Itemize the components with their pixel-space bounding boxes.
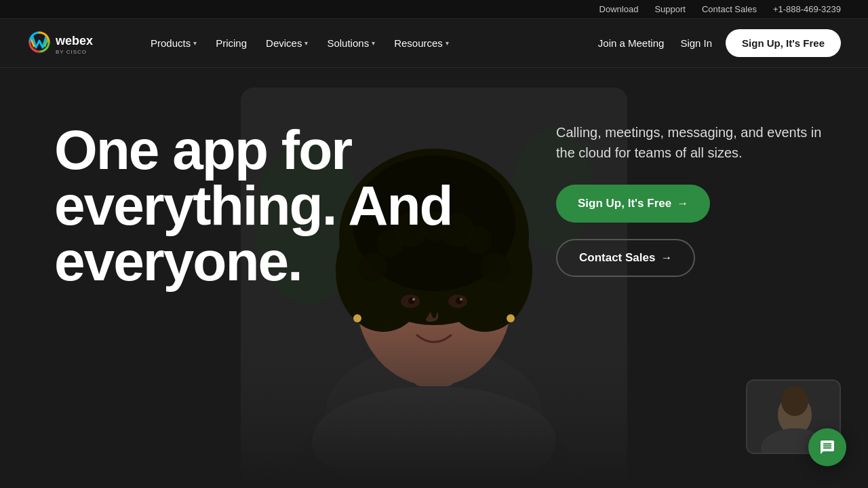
join-meeting-link[interactable]: Join a Meeting [595,32,667,54]
nav-products[interactable]: Products ▾ [142,32,205,54]
solutions-chevron-icon: ▾ [372,39,375,47]
nav-devices[interactable]: Devices ▾ [258,32,316,54]
download-link[interactable]: Download [599,4,639,14]
top-bar: Download Support Contact Sales +1-888-46… [0,0,868,19]
hero-heading: One app for everything. And everyone. [54,122,502,289]
signup-hero-button[interactable]: Sign Up, It's Free → [556,185,710,223]
resources-chevron-icon: ▾ [446,39,449,47]
devices-chevron-icon: ▾ [304,39,308,47]
hero-left: One app for everything. And everyone. [0,68,529,481]
nav-solutions[interactable]: Solutions ▾ [319,32,383,54]
svg-text:webex: webex [55,34,93,48]
phone-link[interactable]: +1-888-469-3239 [773,4,841,14]
contact-hero-button[interactable]: Contact Sales → [556,239,695,277]
signup-nav-button[interactable]: Sign Up, It's Free [726,29,841,57]
logo[interactable]: webex BY CISCO [27,28,115,58]
products-chevron-icon: ▾ [193,39,197,47]
sign-in-link[interactable]: Sign In [677,32,715,54]
hero-right: Calling, meetings, messaging, and events… [529,68,868,318]
signup-arrow-icon: → [677,197,688,210]
hero-subtitle: Calling, meetings, messaging, and events… [556,122,827,163]
nav-right: Join a Meeting Sign In Sign Up, It's Fre… [595,29,841,57]
support-link[interactable]: Support [654,4,686,14]
svg-point-34 [781,386,808,416]
svg-text:BY CISCO: BY CISCO [56,49,87,55]
chat-icon [819,439,835,455]
nav-pricing[interactable]: Pricing [208,32,255,54]
hero-section: One app for everything. And everyone. [0,68,868,481]
nav-resources[interactable]: Resources ▾ [386,32,457,54]
nav-links: Products ▾ Pricing Devices ▾ Solutions ▾… [142,32,595,54]
contact-sales-link[interactable]: Contact Sales [702,4,757,14]
chat-button[interactable] [808,428,846,466]
webex-logo-icon: webex BY CISCO [27,28,115,58]
navbar: webex BY CISCO Products ▾ Pricing Device… [0,19,868,68]
contact-arrow-icon: → [660,251,672,265]
